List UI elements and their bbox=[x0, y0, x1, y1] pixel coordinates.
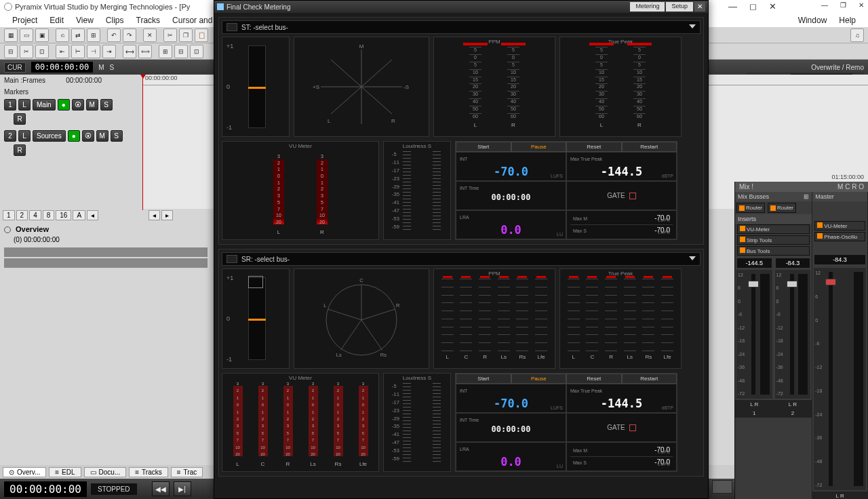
zoom-all[interactable]: A bbox=[73, 210, 85, 220]
tab-edl[interactable]: ≡EDL bbox=[49, 467, 81, 477]
tb2-5[interactable]: ⊢ bbox=[71, 45, 85, 58]
flag-s[interactable]: S bbox=[110, 64, 115, 71]
fader[interactable]: 1260-6-12-18-24-36-48-72 bbox=[775, 270, 811, 399]
insert-phaseosc[interactable]: Phase-Oscillo bbox=[814, 232, 865, 241]
tb-mixer-icon[interactable]: ♫ bbox=[850, 28, 864, 42]
reset-button[interactable]: Reset bbox=[566, 374, 622, 384]
tb-save-icon[interactable]: ▣ bbox=[35, 28, 49, 42]
start-button[interactable]: Start bbox=[456, 374, 511, 384]
tb2-2[interactable]: ✂ bbox=[20, 45, 33, 58]
menu-tracks[interactable]: Tracks bbox=[136, 16, 161, 25]
mixer-o[interactable]: O bbox=[859, 183, 864, 191]
track-solo[interactable]: S bbox=[100, 99, 113, 111]
mixer-m[interactable]: M bbox=[837, 183, 843, 191]
tb2-12[interactable]: ⊡ bbox=[190, 45, 203, 58]
zoom-1[interactable]: 1 bbox=[3, 210, 15, 220]
tb-cut-icon[interactable]: ✂ bbox=[163, 28, 177, 42]
tb-paste-icon[interactable]: 📋 bbox=[195, 28, 208, 42]
tb2-9[interactable]: ⟺ bbox=[138, 45, 152, 58]
zoom-4[interactable]: 4 bbox=[29, 210, 41, 220]
mixer-c[interactable]: C bbox=[845, 183, 850, 191]
track-sub-chan[interactable]: R bbox=[14, 113, 26, 125]
overview-label[interactable]: Overview bbox=[16, 225, 49, 233]
zoom-2[interactable]: 2 bbox=[16, 210, 28, 220]
tb-delete-icon[interactable]: ✕ bbox=[143, 28, 157, 42]
bus-selector[interactable]: ST: -select bus- bbox=[222, 20, 701, 34]
metering-titlebar[interactable]: Final Check Metering Metering Setup ✕ bbox=[214, 1, 708, 13]
mdi-restore-icon[interactable]: ❐ bbox=[840, 1, 846, 12]
mdi-close-icon[interactable]: ✕ bbox=[859, 1, 864, 12]
setup-tab[interactable]: Setup bbox=[666, 2, 693, 12]
track-rec-icon[interactable]: ● bbox=[68, 130, 80, 142]
close-icon[interactable]: ✕ bbox=[769, 1, 776, 12]
tb-open-icon[interactable]: ▭ bbox=[20, 28, 33, 42]
menu-edit[interactable]: Edit bbox=[50, 16, 64, 25]
insert-bustools[interactable]: Bus Tools bbox=[737, 246, 810, 256]
tab-overview[interactable]: ⊙Overv... bbox=[3, 467, 46, 477]
tb-btn-6[interactable]: ⊞ bbox=[87, 28, 100, 42]
transport-tc[interactable]: 00:00:00:00 bbox=[4, 481, 87, 497]
edit-mode[interactable]: Overwrite / Remo bbox=[811, 64, 864, 71]
zoom-8[interactable]: 8 bbox=[43, 210, 55, 220]
maximize-icon[interactable]: ◻ bbox=[749, 1, 757, 12]
tb2-6[interactable]: ⊣ bbox=[87, 45, 100, 58]
mdi-minimize-icon[interactable]: — bbox=[821, 1, 828, 12]
zoom-r-icon[interactable]: ▸ bbox=[161, 210, 173, 220]
zoom-l-icon[interactable]: ◂ bbox=[149, 210, 160, 220]
add-icon[interactable]: ⊞ bbox=[804, 193, 809, 200]
minimize-icon[interactable] bbox=[226, 23, 237, 31]
camera-icon[interactable] bbox=[712, 480, 732, 494]
tb2-11[interactable]: ⊟ bbox=[174, 45, 188, 58]
tb2-7[interactable]: ⇥ bbox=[102, 45, 116, 58]
minimize-icon[interactable]: — bbox=[728, 1, 737, 12]
track-mute[interactable]: M bbox=[86, 99, 98, 111]
reset-button[interactable]: Reset bbox=[566, 142, 622, 152]
tb2-1[interactable]: ⊟ bbox=[4, 45, 18, 58]
tb2-4[interactable]: ⇤ bbox=[56, 45, 69, 58]
menu-clips[interactable]: Clips bbox=[106, 16, 124, 25]
fader[interactable]: 1260-6-12-18-24-36-48-72 bbox=[814, 268, 866, 490]
minimize-icon[interactable] bbox=[226, 255, 237, 263]
pause-button[interactable]: Pause bbox=[511, 374, 567, 384]
menu-project[interactable]: Project bbox=[12, 16, 37, 25]
close-icon[interactable]: ✕ bbox=[694, 2, 705, 12]
tab-tracks[interactable]: ≡Tracks bbox=[129, 467, 167, 477]
track-solo[interactable]: S bbox=[111, 130, 123, 142]
playhead-icon[interactable] bbox=[142, 75, 143, 210]
overview-item[interactable]: (0) 00:00:00:00 bbox=[4, 233, 206, 243]
fader[interactable]: 1260-6-12-18-24-36-48-72 bbox=[736, 270, 772, 399]
rewind-icon[interactable]: ◀◀ bbox=[152, 481, 170, 496]
track-num[interactable]: 2 bbox=[4, 130, 16, 142]
tb-new-icon[interactable]: ▦ bbox=[4, 28, 18, 42]
tb-btn-5[interactable]: ⇄ bbox=[71, 28, 85, 42]
menu-view[interactable]: View bbox=[76, 16, 94, 25]
zoom-16[interactable]: 16 bbox=[56, 210, 71, 220]
tab-trac[interactable]: ≡Trac bbox=[171, 467, 203, 477]
insert-vumeter[interactable]: VU-Meter bbox=[814, 221, 865, 231]
insert-vumeter[interactable]: VU-Meter bbox=[737, 224, 810, 234]
track-mon-icon[interactable]: ⦿ bbox=[72, 99, 84, 111]
tb-copy-icon[interactable]: ❐ bbox=[179, 28, 193, 42]
track-chan[interactable]: L bbox=[18, 99, 31, 111]
track-rec-icon[interactable]: ● bbox=[58, 99, 70, 111]
tb-undo-icon[interactable]: ↶ bbox=[107, 28, 121, 42]
flag-m[interactable]: M bbox=[98, 64, 104, 71]
tab-docu[interactable]: ▭Docu... bbox=[84, 467, 127, 477]
restart-button[interactable]: Restart bbox=[622, 374, 677, 384]
bus-selector[interactable]: SR: -select bus- bbox=[222, 252, 701, 266]
restart-button[interactable]: Restart bbox=[622, 142, 677, 152]
metering-tab[interactable]: Metering bbox=[630, 2, 665, 12]
strip-num[interactable]: 2 bbox=[774, 409, 812, 418]
track-mute[interactable]: M bbox=[96, 130, 108, 142]
track-chan[interactable]: L bbox=[18, 130, 31, 142]
cur-timecode[interactable]: 00:00:00:00 bbox=[31, 62, 93, 73]
tb-redo-icon[interactable]: ↷ bbox=[123, 28, 136, 42]
zoom-prev-icon[interactable]: ◂ bbox=[87, 210, 98, 220]
track-num[interactable]: 1 bbox=[4, 99, 16, 111]
strip-num[interactable]: 1 bbox=[735, 409, 774, 418]
prev-icon[interactable]: ▶| bbox=[174, 481, 191, 496]
tb2-3[interactable]: ⊡ bbox=[35, 45, 49, 58]
tb2-10[interactable]: ⊞ bbox=[159, 45, 172, 58]
track-sub-chan[interactable]: R bbox=[14, 144, 26, 156]
pause-button[interactable]: Pause bbox=[511, 142, 567, 152]
